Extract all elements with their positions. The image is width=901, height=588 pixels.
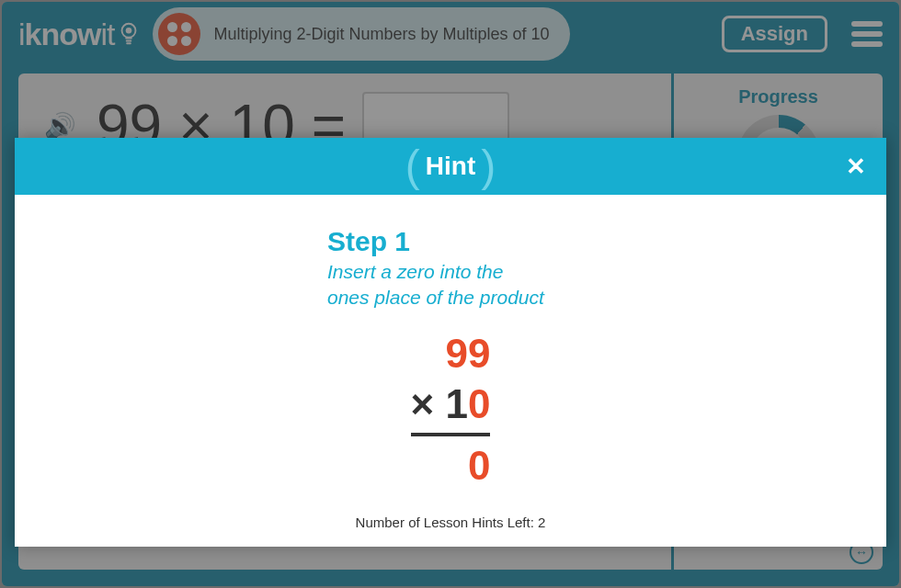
math-work: 99 × 10 0	[411, 328, 491, 491]
step-description: Insert a zero into the ones place of the…	[327, 259, 850, 311]
paren-right-icon: )	[475, 144, 501, 188]
app-frame: iknowit Multiplying 2-Digit Numbers by M…	[2, 2, 899, 586]
hint-header: ( Hint ) ✕	[15, 138, 886, 195]
math-mid-row: × 10	[411, 379, 491, 436]
math-top-row: 99	[411, 328, 491, 379]
hint-title: Hint	[426, 152, 475, 181]
math-result-row: 0	[411, 436, 491, 491]
hint-body: Step 1 Insert a zero into the ones place…	[15, 195, 886, 547]
hint-modal: ( Hint ) ✕ Step 1 Insert a zero into the…	[15, 138, 886, 547]
step-title: Step 1	[327, 226, 850, 257]
close-icon[interactable]: ✕	[846, 153, 866, 181]
hints-remaining: Number of Lesson Hints Left: 2	[51, 514, 850, 530]
paren-left-icon: (	[400, 144, 426, 188]
